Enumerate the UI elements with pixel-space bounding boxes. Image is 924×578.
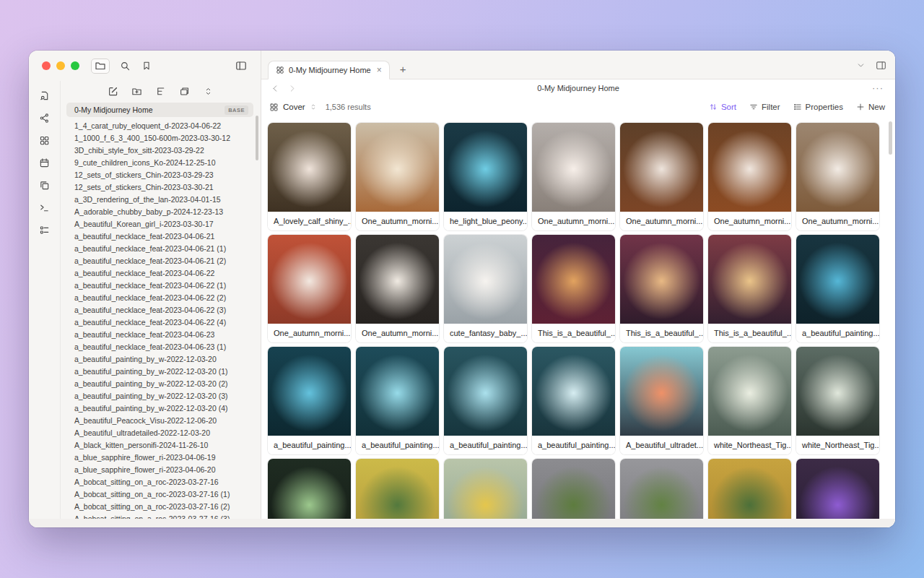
thumbnail-image: [620, 123, 703, 212]
properties-button[interactable]: Properties: [793, 103, 843, 111]
thumbnail-card[interactable]: cute_fantasy_baby_...: [444, 235, 527, 342]
close-window-button[interactable]: [42, 61, 51, 70]
tab-close-icon[interactable]: ×: [377, 65, 382, 75]
sidebar-folder-item[interactable]: A_bobcat_sitting_on_a_roc-2023-03-27-16: [61, 476, 261, 488]
sidebar-folder-item[interactable]: a_beautiful_necklace_feat-2023-04-06-21 …: [61, 255, 261, 267]
sort-folders-button[interactable]: [154, 85, 168, 98]
thumbnail-image: [532, 235, 615, 324]
new-button[interactable]: New: [856, 103, 885, 111]
sidebar-item-selected[interactable]: 0-My Midjourney Home BASE: [66, 103, 253, 117]
thumbnail-card[interactable]: [268, 459, 351, 527]
sidebar-folder-item[interactable]: a_3D_rendering_of_the_lan-2023-04-01-15: [61, 194, 261, 206]
thumbnail-card[interactable]: a_beautiful_painting...: [532, 347, 615, 454]
thumbnail-card[interactable]: [620, 459, 703, 527]
folder-view-button[interactable]: [91, 59, 110, 74]
traffic-lights: [42, 61, 79, 70]
thumbnail-card[interactable]: a_beautiful_painting...: [444, 347, 527, 454]
thumbnail-card[interactable]: [444, 459, 527, 527]
rail-smart-folder-button[interactable]: [36, 88, 53, 103]
sidebar-folder-item[interactable]: a_beautiful_necklace_feat-2023-04-06-23 …: [61, 341, 261, 353]
rail-tasks-button[interactable]: [36, 223, 53, 237]
content-scrollbar[interactable]: [889, 121, 892, 155]
thumbnail-card[interactable]: [796, 459, 879, 527]
thumbnail-card[interactable]: One_autumn_morni...: [268, 235, 351, 342]
thumbnail-card[interactable]: A_lovely_calf_shiny_...: [268, 123, 351, 230]
filter-button[interactable]: Filter: [749, 103, 780, 111]
thumbnail-card[interactable]: a_beautiful_painting...: [268, 347, 351, 454]
sidebar-folder-item[interactable]: A_bobcat_sitting_on_a_roc-2023-03-27-16 …: [61, 488, 261, 501]
thumbnail-card[interactable]: This_is_a_beautiful_...: [708, 235, 791, 342]
thumbnail-card[interactable]: One_autumn_morni...: [620, 123, 703, 230]
sidebar-folder-item[interactable]: a_beautiful_painting_by_w-2022-12-03-20 …: [61, 390, 261, 402]
thumbnail-card[interactable]: [532, 459, 615, 527]
bookmark-button[interactable]: [137, 59, 156, 74]
sidebar-folder-item[interactable]: a_beautiful_necklace_feat-2023-04-06-21: [61, 230, 261, 243]
sidebar-folder-item[interactable]: A_black_kitten_personifi-2024-11-26-10: [61, 439, 261, 452]
sidebar-folder-item[interactable]: a_beautiful_necklace_feat-2023-04-06-22 …: [61, 280, 261, 292]
sidebar-folder-item[interactable]: A_bobcat_sitting_on_a_roc-2023-03-27-16 …: [61, 501, 261, 513]
sidebar-folder-item[interactable]: 12_sets_of_stickers_Chin-2023-03-30-21: [61, 181, 261, 194]
thumbnail-card[interactable]: A_beautiful_ultradet...: [620, 347, 703, 454]
sidebar-folder-item[interactable]: 3D_chibi_style_fox_sitt-2023-03-29-22: [61, 144, 261, 157]
rail-duplicates-button[interactable]: [36, 178, 53, 192]
sidebar-folder-item[interactable]: a_blue_sapphire_flower_ri-2023-04-06-19: [61, 452, 261, 464]
sidebar-folder-item[interactable]: 1_1000_f_6_3_400_150-600m-2023-03-30-12: [61, 132, 261, 144]
thumbnail-card[interactable]: This_is_a_beautiful_...: [532, 235, 615, 342]
sidebar-folder-item[interactable]: a_beautiful_painting_by_w-2022-12-03-20 …: [61, 402, 261, 415]
more-options-icon[interactable]: ···: [872, 85, 884, 91]
thumbnail-card[interactable]: One_autumn_morni...: [356, 235, 439, 342]
sidebar-folder-item[interactable]: 9_cute_children_icons_Ko-2024-12-25-10: [61, 157, 261, 169]
sort-button[interactable]: Sort: [709, 103, 736, 111]
thumbnail-card[interactable]: a_beautiful_painting...: [796, 235, 879, 342]
zoom-window-button[interactable]: [71, 61, 79, 70]
thumbnail-card[interactable]: One_autumn_morni...: [532, 123, 615, 230]
thumbnail-card[interactable]: [356, 459, 439, 527]
rail-random-button[interactable]: [36, 111, 53, 125]
folder-icon: [95, 60, 106, 72]
sidebar-scrollbar[interactable]: [256, 116, 258, 160]
collapse-expand-button[interactable]: [201, 85, 216, 98]
thumbnail-card[interactable]: white_Northeast_Tig...: [708, 347, 791, 454]
sidebar-folder-item[interactable]: 1_4_carat_ruby_eloquent_d-2023-04-06-22: [61, 120, 261, 132]
sidebar-folder-item[interactable]: a_beautiful_necklace_feat-2023-04-06-23: [61, 329, 261, 341]
thumbnail-card[interactable]: [708, 459, 791, 527]
sidebar-folder-item[interactable]: a_beautiful_necklace_feat-2023-04-06-22 …: [61, 292, 261, 304]
toggle-sidebar-button[interactable]: [232, 59, 250, 74]
thumbnail-card[interactable]: a_beautiful_painting...: [356, 347, 439, 454]
sort-arrows-icon: [709, 103, 718, 111]
thumbnail-card[interactable]: he_light_blue_peony...: [444, 123, 527, 230]
compose-button[interactable]: [106, 85, 121, 98]
thumbnail-card[interactable]: One_autumn_morni...: [708, 123, 791, 230]
minimize-window-button[interactable]: [56, 61, 65, 70]
thumbnail-card[interactable]: white_Northeast_Tig...: [796, 347, 879, 454]
new-folder-button[interactable]: [130, 85, 144, 98]
left-body: 0-My Midjourney Home BASE 1_4_carat_ruby…: [29, 81, 261, 527]
sidebar-folder-item[interactable]: a_beautiful_necklace_feat-2023-04-06-21 …: [61, 243, 261, 255]
sidebar-folder-item[interactable]: a_beautiful_necklace_feat-2023-04-06-22 …: [61, 316, 261, 329]
tab-my-midjourney-home[interactable]: 0-My Midjourney Home ×: [268, 61, 390, 79]
main-region: 0-My Midjourney Home × + 0-My Midjourney…: [261, 51, 895, 527]
sidebar-folder-item[interactable]: A_beautiful_Korean_girl_i-2023-03-30-17: [61, 218, 261, 230]
sidebar-folder-item[interactable]: a_beautiful_necklace_feat-2023-04-06-22 …: [61, 304, 261, 316]
sidebar-folder-item[interactable]: A_beautiful_Peacock_Visu-2022-12-06-20: [61, 415, 261, 427]
chevron-down-icon[interactable]: [856, 61, 866, 70]
sidebar-folder-item[interactable]: a_beautiful_necklace_feat-2023-04-06-22: [61, 267, 261, 280]
panel-right-icon[interactable]: [876, 60, 886, 71]
rail-terminal-button[interactable]: [36, 200, 53, 215]
sidebar-folder-item[interactable]: a_beautiful_painting_by_w-2022-12-03-20: [61, 353, 261, 366]
browse-windows-button[interactable]: [178, 85, 192, 98]
thumbnail-card[interactable]: This_is_a_beautiful_...: [620, 235, 703, 342]
sidebar-folder-item[interactable]: a_beautiful_painting_by_w-2022-12-03-20 …: [61, 366, 261, 378]
thumbnail-card[interactable]: One_autumn_morni...: [356, 123, 439, 230]
rail-calendar-button[interactable]: [36, 155, 53, 170]
sidebar-folder-item[interactable]: 12_sets_of_stickers_Chin-2023-03-29-23: [61, 169, 261, 181]
sidebar-folder-item[interactable]: a_beautiful_painting_by_w-2022-12-03-20 …: [61, 378, 261, 390]
rail-apps-button[interactable]: [36, 133, 53, 147]
search-button[interactable]: [116, 59, 134, 74]
sidebar-folder-item[interactable]: A_adorable_chubby_baby_p-2024-12-23-13: [61, 206, 261, 218]
thumbnail-card[interactable]: One_autumn_morni...: [796, 123, 879, 230]
sidebar-folder-item[interactable]: a_blue_sapphire_flower_ri-2023-04-06-20: [61, 464, 261, 476]
new-tab-button[interactable]: +: [400, 63, 406, 75]
sidebar-folder-item[interactable]: A_beautiful_ultradetailed-2022-12-03-20: [61, 427, 261, 439]
view-switcher[interactable]: Cover: [269, 103, 317, 112]
